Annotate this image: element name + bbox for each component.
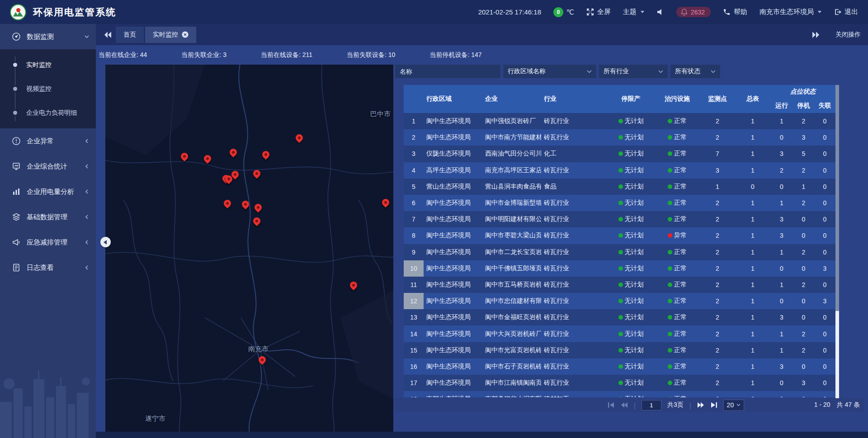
cell-lost: 0 <box>814 146 835 162</box>
table-row[interactable]: 12 阆中生态环境局 阆中市忠信建材有限公 砖瓦行业 无计划 正常 2 1 <box>404 293 835 309</box>
theme-menu[interactable]: 主题 <box>623 8 644 16</box>
tab-realtime-monitoring[interactable]: 实时监控 <box>145 27 196 43</box>
map-collapse-button[interactable] <box>100 237 111 247</box>
status-select[interactable]: 所有状态 <box>670 65 720 78</box>
sidebar-item-emergency-reduction[interactable]: 应急减排管理 <box>0 230 96 255</box>
notifications-button[interactable]: 2632 <box>676 7 711 17</box>
help-button[interactable]: 帮助 <box>723 8 747 16</box>
sidebar-item-enterprise-statistics[interactable]: 企业综合统计 <box>0 154 96 179</box>
cell-industry: 砖瓦行业 <box>541 227 607 244</box>
table-row[interactable]: 4 高坪生态环境局 南充市高坪区王家店建 砖瓦行业 无计划 正常 3 1 <box>404 162 835 179</box>
status-dot <box>668 381 672 385</box>
status-dot-green <box>618 332 623 336</box>
name-search-input[interactable] <box>395 65 500 78</box>
cell-region: 阆中生态环境局 <box>424 129 481 146</box>
cell-industry: 砖瓦行业 <box>541 277 607 293</box>
page-number-input[interactable] <box>642 400 661 410</box>
table-row[interactable]: 5 营山生态环境局 营山县润丰肉食品有限 食品 无计划 正常 1 0 <box>404 179 835 195</box>
cell-pollution-facility: 正常 <box>655 129 700 146</box>
map-city-label: 巴中市 <box>370 110 391 118</box>
stat-stopped-devices: 当前停机设备: 147 <box>429 51 481 59</box>
table-row[interactable]: 7 阆中生态环境局 阆中明阳建材有限公司 砖瓦行业 无计划 正常 2 1 <box>404 211 835 227</box>
row-index: 11 <box>404 277 424 293</box>
next-page-icon[interactable] <box>697 402 704 408</box>
cell-industry: 砖瓦行业 <box>541 113 607 129</box>
org-menu[interactable]: 南充市生态环境局 <box>760 8 821 16</box>
first-page-icon[interactable] <box>608 402 615 408</box>
cell-meters: 1 <box>735 146 770 162</box>
cell-meters: 1 <box>735 293 770 309</box>
table-row[interactable]: 15 阆中生态环境局 阆中市光富页岩机砖厂 砖瓦行业 无计划 正常 2 1 <box>404 342 835 358</box>
table-row[interactable]: 3 仪陇生态环境局 西南油气田分公司川中 化工 无计划 正常 7 1 <box>404 146 835 162</box>
cell-lost: 0 <box>814 227 835 244</box>
cell-region: 阆中生态环境局 <box>424 309 481 325</box>
sidebar-item-realtime-monitoring[interactable]: 实时监控 <box>0 53 96 77</box>
chevron-left-icon <box>84 189 90 194</box>
col-header-company: 企业 <box>481 85 541 113</box>
cell-industry: 砖瓦行业 <box>541 129 607 146</box>
bullet-icon <box>13 111 17 115</box>
scroll-tabs-left-icon[interactable] <box>104 31 112 38</box>
cell-company: 阆中强锐页岩砖厂 <box>481 113 541 129</box>
cell-lost: 0 <box>814 211 835 227</box>
table-row[interactable]: 16 阆中生态环境局 阆中市石子页岩机砖厂 砖瓦行业 无计划 正常 2 1 <box>404 358 835 375</box>
map-panel[interactable]: 巴中市南充市遂宁市 <box>105 65 393 432</box>
table-row[interactable]: 8 阆中生态环境局 阆中市枣碧大梁山页岩 砖瓦行业 无计划 异常 2 1 <box>404 227 835 244</box>
row-index: 8 <box>404 227 424 244</box>
cell-running: 1 <box>770 325 793 342</box>
table-row[interactable]: 18 南部生态环境局 南部县砌华水泥有限公 建材加工 无计划 正常 6 2 <box>404 391 835 397</box>
industry-select[interactable]: 所有行业 <box>599 65 668 78</box>
tab-home[interactable]: 首页 <box>116 27 144 43</box>
cell-running: 1 <box>770 342 793 358</box>
stat-offline-devices: 当前失联设备: 10 <box>347 51 395 59</box>
speaker-muted-icon[interactable] <box>656 8 664 16</box>
table-row[interactable]: 17 阆中生态环境局 阆中市江南镇阆南页岩 砖瓦行业 无计划 正常 2 1 <box>404 375 835 391</box>
row-index: 13 <box>404 309 424 325</box>
cell-stopped: 2 <box>793 244 814 260</box>
sidebar: 数据监测 实时监控 视频监控 企业电力负荷明细 企业异常 企业综合统计 <box>0 24 96 438</box>
cell-monitor-points: 2 <box>700 129 735 146</box>
sidebar-item-video-monitoring[interactable]: 视频监控 <box>0 77 96 101</box>
region-select[interactable]: 行政区域名称 <box>503 65 596 78</box>
table-scrollbar[interactable] <box>835 85 839 398</box>
cell-stopped: 0 <box>793 309 814 325</box>
bullet-icon <box>13 63 17 67</box>
fullscreen-button[interactable]: 全屏 <box>586 8 611 16</box>
cell-lost: 0 <box>814 179 835 195</box>
table-row[interactable]: 14 阆中生态环境局 阆中大兴页岩机砖厂 砖瓦行业 无计划 正常 2 1 <box>404 325 835 342</box>
sidebar-item-power-load-detail[interactable]: 企业电力负荷明细 <box>0 101 96 125</box>
scrollbar-thumb[interactable] <box>835 311 839 398</box>
col-header-region: 行政区域 <box>424 85 481 113</box>
close-tab-icon[interactable] <box>182 31 189 38</box>
sidebar-item-enterprise-anomaly[interactable]: 企业异常 <box>0 128 96 154</box>
cell-lost: 3 <box>814 260 835 277</box>
last-page-icon[interactable] <box>710 402 717 408</box>
sidebar-item-base-data-management[interactable]: 基础数据管理 <box>0 204 96 230</box>
table-row[interactable]: 9 阆中生态环境局 阆中市二龙长宝页岩砖 砖瓦行业 无计划 正常 2 1 <box>404 244 835 260</box>
table-row[interactable]: 11 阆中生态环境局 阆中市五马桥页岩机砖 砖瓦行业 无计划 正常 2 1 <box>404 277 835 293</box>
status-dot <box>668 283 672 287</box>
col-header-meters: 总表 <box>735 85 770 113</box>
cell-lost: 0 <box>814 113 835 129</box>
cell-company: 阆中市金福旺页岩机砖 <box>481 309 541 325</box>
cell-pollution-facility: 正常 <box>655 244 700 260</box>
bullet-icon <box>13 87 17 91</box>
row-index: 18 <box>404 391 424 397</box>
scroll-tabs-right-icon[interactable] <box>812 31 820 38</box>
table-row[interactable]: 2 阆中生态环境局 阆中市南方节能建材有 砖瓦行业 无计划 正常 2 1 <box>404 129 835 146</box>
cell-lost: 0 <box>814 358 835 375</box>
logout-button[interactable]: 退出 <box>834 8 858 16</box>
table-row[interactable]: 6 阆中生态环境局 阆中市金博瑞新型墙材 砖瓦行业 无计划 正常 2 1 <box>404 195 835 211</box>
page-size-select[interactable]: 20 <box>723 400 745 411</box>
prev-page-icon[interactable] <box>621 402 628 408</box>
sidebar-item-power-usage-analysis[interactable]: 企业用电量分析 <box>0 179 96 204</box>
table-row[interactable]: 10 阆中生态环境局 阆中千佛镇五郎垭页岩 砖瓦行业 无计划 正常 2 1 <box>404 260 835 277</box>
cell-lost: 0 <box>814 342 835 358</box>
table-row[interactable]: 13 阆中生态环境局 阆中市金福旺页岩机砖 砖瓦行业 无计划 正常 2 1 <box>404 309 835 325</box>
cell-industry: 砖瓦行业 <box>541 195 607 211</box>
cell-production-limit: 无计划 <box>607 179 655 195</box>
sidebar-item-data-monitoring[interactable]: 数据监测 <box>0 24 96 49</box>
close-operations-menu[interactable]: 关闭操作 <box>835 31 861 39</box>
sidebar-item-log-view[interactable]: 日志查看 <box>0 255 96 280</box>
table-row[interactable]: 1 阆中生态环境局 阆中强锐页岩砖厂 砖瓦行业 无计划 正常 2 1 <box>404 113 835 129</box>
